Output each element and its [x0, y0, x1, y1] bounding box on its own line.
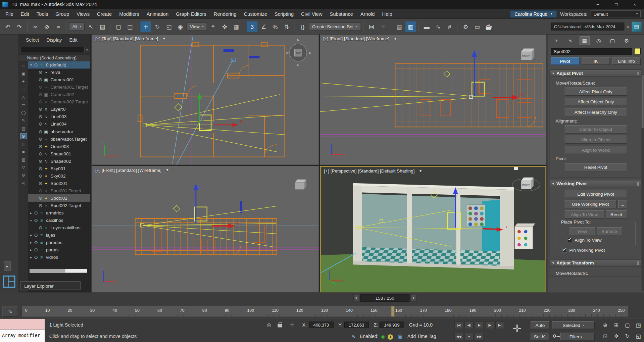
- visibility-toggle-icon[interactable]: ⊙: [20, 133, 27, 139]
- alignment-button[interactable]: Center to Object: [564, 125, 627, 133]
- scene-explorer-row[interactable]: ∿ Shape002: [28, 157, 90, 165]
- scene-explorer-row[interactable]: ▫ Camera002.Target: [28, 98, 90, 106]
- scene-explorer-row[interactable]: ▪ relva: [28, 68, 90, 76]
- visibility-eye-icon[interactable]: [38, 99, 43, 105]
- go-to-end-button[interactable]: ▶|: [495, 321, 504, 329]
- visibility-eye-icon[interactable]: [33, 217, 39, 223]
- frame-counter[interactable]: 153 / 250: [360, 294, 409, 302]
- scene-explorer-row[interactable]: ✦ Omni003: [28, 143, 90, 150]
- scene-explorer-row[interactable]: ▸ ≡ lajes: [28, 231, 90, 239]
- toolbar-separator[interactable]: [457, 21, 458, 31]
- visibility-eye-icon[interactable]: [38, 188, 43, 193]
- project-path-field[interactable]: C:\Users\carol...s\3ds Max 2024: [551, 22, 624, 30]
- visibility-eye-icon[interactable]: [33, 254, 39, 260]
- visibility-eye-icon[interactable]: [38, 173, 43, 179]
- scene-explorer-row[interactable]: ▣ Camera002: [28, 91, 90, 98]
- menu-item[interactable]: Rendering: [210, 10, 240, 18]
- scene-explorer-row[interactable]: ▣ observador: [28, 128, 90, 135]
- visibility-eye-icon[interactable]: [33, 210, 39, 215]
- rollout-grip-icon[interactable]: [637, 261, 639, 265]
- minimize-button[interactable]: −: [589, 0, 607, 9]
- transform-gizmo-icon[interactable]: ✛: [512, 323, 522, 335]
- select-and-manipulate-icon[interactable]: ✜: [219, 21, 230, 32]
- name-column-header[interactable]: Name (Sorted Ascending): [19, 54, 90, 61]
- pick-filter-icon[interactable]: ○: [20, 63, 27, 69]
- zoom-extents-all-icon[interactable]: ◳: [634, 321, 643, 329]
- visibility-eye-icon[interactable]: [38, 121, 43, 127]
- scene-explorer-row[interactable]: ▸ ≡ armários: [28, 209, 90, 216]
- scene-explorer-menu-item[interactable]: Edit: [66, 37, 80, 43]
- previous-frame-spinner-button[interactable]: <: [353, 294, 359, 302]
- scene-search-input[interactable]: [20, 47, 85, 53]
- solid-filter-icon[interactable]: ■: [20, 149, 27, 155]
- alignment-button[interactable]: Align to Object: [564, 136, 627, 144]
- scene-explorer-row[interactable]: ▣ Camera001: [28, 76, 90, 83]
- visibility-eye-icon[interactable]: [33, 62, 39, 67]
- toolbar-separator[interactable]: [363, 21, 364, 31]
- grid-view-icon[interactable]: ▥: [20, 156, 27, 162]
- scene-explorer-row[interactable]: ▸ ≡ paredes: [28, 239, 90, 246]
- helpers-filter-icon[interactable]: △: [20, 94, 27, 100]
- scene-explorer-row[interactable]: ≡ Layer:caixilhos: [28, 224, 90, 231]
- place-view-button[interactable]: View: [569, 227, 595, 235]
- time-ruler[interactable]: 0102030405060708090100110120130140150160…: [21, 306, 629, 317]
- viewport-top[interactable]: [+] [Top] [Standard] [Wireframe]▼: [92, 35, 319, 165]
- previous-key-button[interactable]: ◀◀: [454, 333, 463, 340]
- object-name-field[interactable]: Spot002: [551, 48, 632, 55]
- coord-y-field[interactable]: 172,863: [344, 322, 369, 328]
- scene-explorer-row[interactable]: ≡ Layer:0: [28, 106, 90, 113]
- key-mode-toggle[interactable]: ●: [464, 333, 474, 340]
- reset-pivot-button[interactable]: Reset Pivot: [564, 163, 627, 171]
- modify-tab-icon[interactable]: ∿: [565, 36, 576, 45]
- search-overflow-icon[interactable]: »: [86, 47, 89, 52]
- viewport-label[interactable]: [+] [Front] [Standard] [Wireframe]: [95, 167, 161, 173]
- per-view-filter-icon[interactable]: ▼: [419, 169, 423, 173]
- select-and-place-icon[interactable]: ◉: [175, 21, 186, 32]
- coord-x-field[interactable]: 408,373: [309, 322, 333, 328]
- time-slider-handle[interactable]: [391, 306, 395, 317]
- close-button[interactable]: ×: [626, 0, 644, 9]
- add-time-tag[interactable]: Add Time Tag: [407, 334, 436, 339]
- per-view-filter-icon[interactable]: ▼: [162, 37, 166, 41]
- toolbar-separator[interactable]: [418, 21, 419, 31]
- visibility-eye-icon[interactable]: [38, 158, 43, 164]
- visibility-eye-icon[interactable]: [38, 136, 43, 142]
- front-viewport-canvas[interactable]: Z x x z: [92, 166, 319, 292]
- geometry-filter-icon[interactable]: ▭: [20, 102, 27, 108]
- toggle-layer-explorer-icon[interactable]: ▥: [405, 21, 416, 32]
- visibility-eye-icon[interactable]: [38, 144, 43, 149]
- select-by-name-icon[interactable]: ▤: [97, 21, 108, 32]
- per-view-filter-icon[interactable]: ▼: [394, 37, 397, 41]
- scene-explorer-row[interactable]: ▸ ≡ portas: [28, 246, 90, 253]
- scene-explorer-row[interactable]: ∿ Line004: [28, 120, 90, 128]
- visibility-eye-icon[interactable]: [38, 166, 43, 171]
- pan-icon[interactable]: ✥: [611, 332, 621, 340]
- warning-badge[interactable]: 1: [388, 334, 393, 340]
- time-tag-icon[interactable]: ▣: [397, 333, 404, 340]
- reference-coordinate-dropdown[interactable]: View: [187, 22, 207, 31]
- create-tab-icon[interactable]: +: [552, 36, 562, 45]
- render-setup-icon[interactable]: ⚙: [460, 21, 471, 32]
- pin-working-pivot-checkbox[interactable]: [562, 248, 566, 252]
- rollout-header[interactable]: Adjust Pivot: [550, 69, 642, 77]
- menu-item[interactable]: Animation: [143, 10, 172, 18]
- visibility-eye-icon[interactable]: [33, 232, 39, 238]
- rollout-grip-icon[interactable]: [637, 182, 639, 186]
- toggle-scene-explorer-icon[interactable]: ▤: [394, 21, 404, 32]
- maximize-button[interactable]: □: [607, 0, 626, 9]
- expand-arrow-icon[interactable]: ▾: [29, 218, 33, 222]
- listener-pane[interactable]: Array modifier: [0, 330, 45, 342]
- selection-lock-icon[interactable]: [278, 324, 282, 328]
- selected-set-dropdown[interactable]: Selected: [552, 321, 595, 329]
- working-pivot-options-button[interactable]: ...: [618, 200, 627, 208]
- select-and-rotate-icon[interactable]: ↻: [152, 21, 163, 32]
- menu-item[interactable]: Customize: [240, 10, 271, 18]
- unlink-selection-icon[interactable]: ⊘: [42, 21, 52, 32]
- cameras-filter-icon[interactable]: ▢: [20, 86, 27, 92]
- expand-panel-button[interactable]: ▸: [4, 261, 11, 271]
- toolbar-separator[interactable]: [138, 21, 138, 31]
- scene-explorer-row[interactable]: ▸ ≡ vidros: [28, 253, 90, 261]
- maxscript-mini-listener[interactable]: Array modifier: [0, 319, 45, 342]
- visibility-eye-icon[interactable]: [38, 195, 43, 201]
- expand-arrow-icon[interactable]: ▸: [29, 255, 33, 259]
